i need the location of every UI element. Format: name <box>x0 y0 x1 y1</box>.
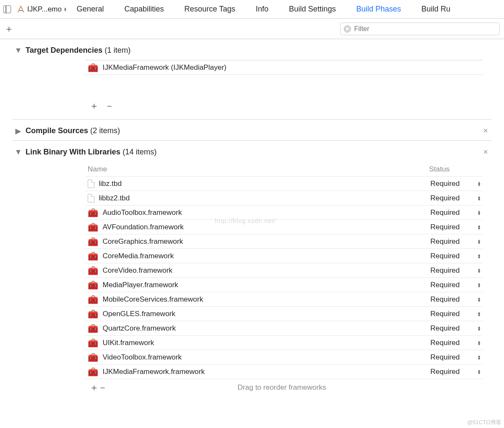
filter-icon <box>344 26 351 32</box>
table-row[interactable]: 🧰CoreMedia.frameworkRequired▴▾ <box>85 248 483 263</box>
add-phase-button[interactable]: ＋ <box>4 23 13 35</box>
filter-input[interactable] <box>353 25 496 33</box>
add-dependency-button[interactable]: ＋ <box>89 100 98 112</box>
table-row[interactable]: 🧰MobileCoreServices.frameworkRequired▴▾ <box>85 292 483 306</box>
remove-phase-button[interactable]: × <box>483 126 500 135</box>
library-status: Required <box>430 339 473 347</box>
table-row[interactable]: 🧰MediaPlayer.frameworkRequired▴▾ <box>85 277 483 292</box>
status-stepper[interactable]: ▴▾ <box>478 239 480 244</box>
status-stepper[interactable]: ▴▾ <box>478 254 480 259</box>
table-row[interactable]: 🧰AVFoundation.frameworkRequired▴▾ <box>85 220 483 234</box>
add-remove-libraries: ＋ － Drag to reorder frameworks <box>85 379 483 396</box>
toolbox-icon: 🧰 <box>88 266 98 275</box>
status-stepper[interactable]: ▴▾ <box>478 268 480 273</box>
toolbox-icon: 🧰 <box>88 281 98 289</box>
status-stepper[interactable]: ▴▾ <box>478 340 480 345</box>
tab-capabilities[interactable]: Capabilities <box>124 5 164 14</box>
table-row[interactable]: libbz2.tbdRequired▴▾ <box>85 191 483 205</box>
toolbox-icon: 🧰 <box>88 252 98 260</box>
svg-point-0 <box>20 6 21 6</box>
section-title: Target Dependencies <box>26 46 103 54</box>
table-row[interactable]: 🧰CoreVideo.frameworkRequired▴▾ <box>85 263 483 277</box>
target-name: IJKP...emo <box>27 5 62 14</box>
section-count: (14 items) <box>123 148 157 156</box>
library-status: Required <box>430 208 473 217</box>
file-icon <box>88 180 94 188</box>
library-status: Required <box>430 368 473 376</box>
filter-bar: ＋ <box>0 19 504 39</box>
dependency-name: IJKMediaFramework (IJKMediaPlayer) <box>103 63 226 72</box>
toolbox-icon: 🧰 <box>88 237 98 246</box>
remove-dependency-button[interactable]: － <box>105 100 113 112</box>
content: ▼ Target Dependencies (1 item) 🧰 IJKMedi… <box>0 39 504 396</box>
library-name: MediaPlayer.framework <box>103 281 426 289</box>
column-headers: Name Status <box>85 162 483 176</box>
tab-info[interactable]: Info <box>256 5 269 14</box>
status-stepper[interactable]: ▴▾ <box>478 282 480 288</box>
status-stepper[interactable]: ▴▾ <box>478 196 480 201</box>
add-library-button[interactable]: ＋ <box>89 381 98 394</box>
toolbox-icon: 🧰 <box>88 223 98 231</box>
status-stepper[interactable]: ▴▾ <box>478 355 480 360</box>
library-name: MobileCoreServices.framework <box>103 295 426 304</box>
toolbox-icon: 🧰 <box>88 368 98 376</box>
status-stepper[interactable]: ▴▾ <box>478 297 480 302</box>
library-name: OpenGLES.framework <box>103 310 426 318</box>
table-row[interactable]: 🧰OpenGLES.frameworkRequired▴▾ <box>85 306 483 321</box>
status-stepper[interactable]: ▴▾ <box>478 326 480 331</box>
target-selector[interactable]: IJKP...emo ▴▾ <box>17 5 66 14</box>
library-status: Required <box>430 266 473 275</box>
section-compile-sources-header[interactable]: ▶ Compile Sources (2 items) × <box>0 120 504 140</box>
section-link-binary-header[interactable]: ▼ Link Binary With Libraries (14 items) … <box>0 141 504 162</box>
disclosure-triangle-icon[interactable]: ▼ <box>15 48 21 54</box>
library-name: IJKMediaFramework.framework <box>103 368 426 376</box>
remove-library-button[interactable]: － <box>98 381 106 394</box>
library-status: Required <box>430 295 473 304</box>
library-name: libz.tbd <box>99 180 426 188</box>
status-stepper[interactable]: ▴▾ <box>478 311 480 317</box>
toolbox-icon: 🧰 <box>88 208 98 217</box>
tab-build-rules[interactable]: Build Ru <box>421 5 450 14</box>
table-row[interactable]: 🧰AudioToolbox.frameworkRequired▴▾ <box>85 205 483 220</box>
status-stepper[interactable]: ▴▾ <box>478 210 480 215</box>
library-status: Required <box>430 237 473 246</box>
section-target-dependencies-header[interactable]: ▼ Target Dependencies (1 item) <box>0 39 504 60</box>
status-stepper[interactable]: ▴▾ <box>478 369 480 374</box>
status-stepper[interactable]: ▴▾ <box>478 181 480 186</box>
library-status: Required <box>430 324 473 333</box>
toolbox-icon: 🧰 <box>88 63 98 72</box>
table-row[interactable]: 🧰CoreGraphics.frameworkRequired▴▾ <box>85 234 483 248</box>
section-title: Compile Sources <box>26 126 88 135</box>
library-status: Required <box>430 353 473 362</box>
sidebar-toggle-icon[interactable] <box>3 6 11 13</box>
section-title: Link Binary With Libraries <box>26 148 120 156</box>
table-row[interactable]: 🧰UIKit.frameworkRequired▴▾ <box>85 335 483 350</box>
disclosure-triangle-icon[interactable]: ▶ <box>15 128 21 134</box>
file-icon <box>88 194 94 203</box>
tab-build-phases[interactable]: Build Phases <box>356 5 401 14</box>
toolbox-icon: 🧰 <box>88 324 98 333</box>
section-count: (1 item) <box>105 46 131 54</box>
section-count: (2 items) <box>90 126 120 135</box>
list-item[interactable]: 🧰 IJKMediaFramework (IJKMediaPlayer) <box>85 60 483 75</box>
link-binary-list: Name Status libz.tbdRequired▴▾libbz2.tbd… <box>85 162 483 396</box>
library-status: Required <box>430 194 473 203</box>
library-status: Required <box>430 281 473 289</box>
filter-field[interactable] <box>340 23 500 35</box>
disclosure-triangle-icon[interactable]: ▼ <box>15 149 21 155</box>
remove-phase-button[interactable]: × <box>483 148 500 157</box>
tab-resource-tags[interactable]: Resource Tags <box>184 5 235 14</box>
table-row[interactable]: 🧰IJKMediaFramework.frameworkRequired▴▾ <box>85 364 483 379</box>
status-stepper[interactable]: ▴▾ <box>478 225 480 230</box>
header-status: Status <box>429 165 480 174</box>
editor-top-bar: IJKP...emo ▴▾ General Capabilities Resou… <box>0 0 504 19</box>
tab-general[interactable]: General <box>77 5 104 14</box>
table-row[interactable]: libz.tbdRequired▴▾ <box>85 176 483 191</box>
tab-build-settings[interactable]: Build Settings <box>289 5 336 14</box>
library-name: VideoToolbox.framework <box>103 353 426 362</box>
table-row[interactable]: 🧰VideoToolbox.frameworkRequired▴▾ <box>85 350 483 364</box>
editor-tabs: General Capabilities Resource Tags Info … <box>77 5 450 14</box>
up-down-arrows-icon: ▴▾ <box>64 7 66 11</box>
toolbox-icon: 🧰 <box>88 353 98 362</box>
table-row[interactable]: 🧰QuartzCore.frameworkRequired▴▾ <box>85 321 483 335</box>
